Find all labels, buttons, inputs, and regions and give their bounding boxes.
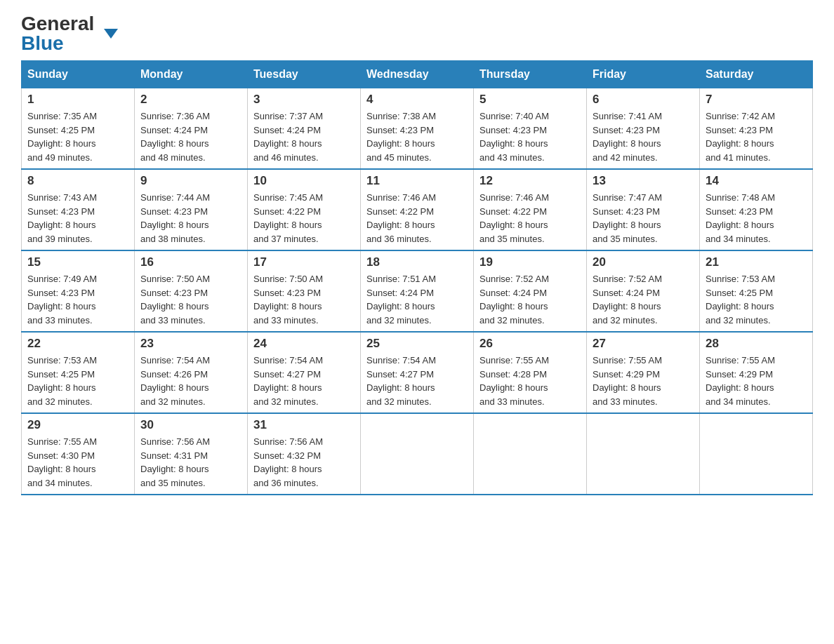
day-of-week-header: Friday bbox=[587, 61, 700, 88]
day-number: 10 bbox=[253, 174, 355, 188]
calendar-week-row: 29 Sunrise: 7:55 AM Sunset: 4:30 PM Dayl… bbox=[22, 413, 813, 495]
day-number: 24 bbox=[253, 337, 355, 351]
day-info: Sunrise: 7:38 AM Sunset: 4:23 PM Dayligh… bbox=[366, 109, 468, 164]
calendar-table: SundayMondayTuesdayWednesdayThursdayFrid… bbox=[21, 60, 813, 495]
day-info: Sunrise: 7:56 AM Sunset: 4:31 PM Dayligh… bbox=[140, 435, 241, 490]
day-number: 2 bbox=[140, 93, 241, 107]
day-number: 28 bbox=[706, 337, 807, 351]
day-info: Sunrise: 7:53 AM Sunset: 4:25 PM Dayligh… bbox=[27, 354, 128, 408]
day-info: Sunrise: 7:56 AM Sunset: 4:32 PM Dayligh… bbox=[253, 435, 355, 490]
day-of-week-header: Wednesday bbox=[361, 61, 474, 88]
calendar-day-cell: 15 Sunrise: 7:49 AM Sunset: 4:23 PM Dayl… bbox=[22, 250, 135, 332]
calendar-week-row: 15 Sunrise: 7:49 AM Sunset: 4:23 PM Dayl… bbox=[22, 250, 813, 332]
logo-general-text: General bbox=[21, 14, 102, 34]
day-of-week-header: Sunday bbox=[22, 61, 135, 88]
day-info: Sunrise: 7:35 AM Sunset: 4:25 PM Dayligh… bbox=[27, 109, 128, 164]
day-info: Sunrise: 7:52 AM Sunset: 4:24 PM Dayligh… bbox=[479, 272, 581, 327]
day-number: 16 bbox=[140, 255, 241, 269]
day-number: 20 bbox=[593, 255, 694, 269]
calendar-body: 1 Sunrise: 7:35 AM Sunset: 4:25 PM Dayli… bbox=[22, 88, 813, 495]
day-number: 14 bbox=[706, 174, 807, 188]
day-info: Sunrise: 7:54 AM Sunset: 4:27 PM Dayligh… bbox=[253, 354, 355, 408]
calendar-week-row: 22 Sunrise: 7:53 AM Sunset: 4:25 PM Dayl… bbox=[22, 332, 813, 413]
day-number: 27 bbox=[593, 337, 694, 351]
day-number: 17 bbox=[253, 255, 355, 269]
day-number: 8 bbox=[27, 174, 128, 188]
day-info: Sunrise: 7:50 AM Sunset: 4:23 PM Dayligh… bbox=[253, 272, 355, 327]
day-info: Sunrise: 7:54 AM Sunset: 4:27 PM Dayligh… bbox=[366, 354, 468, 408]
day-number: 25 bbox=[366, 337, 468, 351]
days-of-week-row: SundayMondayTuesdayWednesdayThursdayFrid… bbox=[22, 61, 813, 88]
calendar-day-cell: 28 Sunrise: 7:55 AM Sunset: 4:29 PM Dayl… bbox=[700, 332, 813, 413]
day-number: 18 bbox=[366, 255, 468, 269]
calendar-day-cell: 10 Sunrise: 7:45 AM Sunset: 4:22 PM Dayl… bbox=[248, 169, 361, 250]
day-info: Sunrise: 7:50 AM Sunset: 4:23 PM Dayligh… bbox=[140, 272, 241, 327]
calendar-day-cell: 2 Sunrise: 7:36 AM Sunset: 4:24 PM Dayli… bbox=[135, 88, 248, 170]
calendar-day-cell: 20 Sunrise: 7:52 AM Sunset: 4:24 PM Dayl… bbox=[587, 250, 700, 332]
day-info: Sunrise: 7:55 AM Sunset: 4:28 PM Dayligh… bbox=[479, 354, 581, 408]
day-info: Sunrise: 7:46 AM Sunset: 4:22 PM Dayligh… bbox=[479, 191, 581, 246]
day-number: 30 bbox=[140, 418, 241, 432]
calendar-day-cell bbox=[700, 413, 813, 495]
calendar-day-cell: 9 Sunrise: 7:44 AM Sunset: 4:23 PM Dayli… bbox=[135, 169, 248, 250]
calendar-day-cell: 11 Sunrise: 7:46 AM Sunset: 4:22 PM Dayl… bbox=[361, 169, 474, 250]
calendar-day-cell bbox=[587, 413, 700, 495]
calendar-day-cell bbox=[361, 413, 474, 495]
logo-blue-text: Blue bbox=[21, 34, 64, 53]
calendar-week-row: 1 Sunrise: 7:35 AM Sunset: 4:25 PM Dayli… bbox=[22, 88, 813, 170]
calendar-day-cell: 23 Sunrise: 7:54 AM Sunset: 4:26 PM Dayl… bbox=[135, 332, 248, 413]
calendar-day-cell: 26 Sunrise: 7:55 AM Sunset: 4:28 PM Dayl… bbox=[474, 332, 587, 413]
calendar-day-cell: 29 Sunrise: 7:55 AM Sunset: 4:30 PM Dayl… bbox=[22, 413, 135, 495]
day-info: Sunrise: 7:42 AM Sunset: 4:23 PM Dayligh… bbox=[706, 109, 807, 164]
day-number: 29 bbox=[27, 418, 128, 432]
calendar-day-cell: 6 Sunrise: 7:41 AM Sunset: 4:23 PM Dayli… bbox=[587, 88, 700, 170]
day-number: 15 bbox=[27, 255, 128, 269]
day-number: 19 bbox=[479, 255, 581, 269]
day-info: Sunrise: 7:51 AM Sunset: 4:24 PM Dayligh… bbox=[366, 272, 468, 327]
day-info: Sunrise: 7:55 AM Sunset: 4:29 PM Dayligh… bbox=[706, 354, 807, 408]
day-number: 31 bbox=[253, 418, 355, 432]
day-info: Sunrise: 7:45 AM Sunset: 4:22 PM Dayligh… bbox=[253, 191, 355, 246]
calendar-day-cell: 16 Sunrise: 7:50 AM Sunset: 4:23 PM Dayl… bbox=[135, 250, 248, 332]
day-info: Sunrise: 7:55 AM Sunset: 4:30 PM Dayligh… bbox=[27, 435, 128, 490]
calendar-day-cell: 8 Sunrise: 7:43 AM Sunset: 4:23 PM Dayli… bbox=[22, 169, 135, 250]
day-info: Sunrise: 7:55 AM Sunset: 4:29 PM Dayligh… bbox=[593, 354, 694, 408]
calendar-day-cell: 14 Sunrise: 7:48 AM Sunset: 4:23 PM Dayl… bbox=[700, 169, 813, 250]
day-info: Sunrise: 7:48 AM Sunset: 4:23 PM Dayligh… bbox=[706, 191, 807, 246]
calendar-header: SundayMondayTuesdayWednesdayThursdayFrid… bbox=[22, 61, 813, 88]
calendar-day-cell: 18 Sunrise: 7:51 AM Sunset: 4:24 PM Dayl… bbox=[361, 250, 474, 332]
calendar-day-cell: 24 Sunrise: 7:54 AM Sunset: 4:27 PM Dayl… bbox=[248, 332, 361, 413]
day-number: 3 bbox=[253, 93, 355, 107]
day-number: 12 bbox=[479, 174, 581, 188]
calendar-day-cell: 1 Sunrise: 7:35 AM Sunset: 4:25 PM Dayli… bbox=[22, 88, 135, 170]
day-info: Sunrise: 7:54 AM Sunset: 4:26 PM Dayligh… bbox=[140, 354, 241, 408]
calendar-day-cell: 3 Sunrise: 7:37 AM Sunset: 4:24 PM Dayli… bbox=[248, 88, 361, 170]
day-of-week-header: Saturday bbox=[700, 61, 813, 88]
day-info: Sunrise: 7:37 AM Sunset: 4:24 PM Dayligh… bbox=[253, 109, 355, 164]
calendar-day-cell: 30 Sunrise: 7:56 AM Sunset: 4:31 PM Dayl… bbox=[135, 413, 248, 495]
day-number: 4 bbox=[366, 93, 468, 107]
calendar-day-cell: 13 Sunrise: 7:47 AM Sunset: 4:23 PM Dayl… bbox=[587, 169, 700, 250]
day-info: Sunrise: 7:46 AM Sunset: 4:22 PM Dayligh… bbox=[366, 191, 468, 246]
day-info: Sunrise: 7:36 AM Sunset: 4:24 PM Dayligh… bbox=[140, 109, 241, 164]
calendar-day-cell: 21 Sunrise: 7:53 AM Sunset: 4:25 PM Dayl… bbox=[700, 250, 813, 332]
calendar-day-cell: 22 Sunrise: 7:53 AM Sunset: 4:25 PM Dayl… bbox=[22, 332, 135, 413]
calendar-day-cell: 25 Sunrise: 7:54 AM Sunset: 4:27 PM Dayl… bbox=[361, 332, 474, 413]
day-info: Sunrise: 7:41 AM Sunset: 4:23 PM Dayligh… bbox=[593, 109, 694, 164]
day-number: 23 bbox=[140, 337, 241, 351]
day-number: 6 bbox=[593, 93, 694, 107]
day-info: Sunrise: 7:44 AM Sunset: 4:23 PM Dayligh… bbox=[140, 191, 241, 246]
day-of-week-header: Tuesday bbox=[248, 61, 361, 88]
page-header: General Blue bbox=[21, 14, 813, 53]
day-of-week-header: Monday bbox=[135, 61, 248, 88]
calendar-day-cell: 4 Sunrise: 7:38 AM Sunset: 4:23 PM Dayli… bbox=[361, 88, 474, 170]
calendar-day-cell: 27 Sunrise: 7:55 AM Sunset: 4:29 PM Dayl… bbox=[587, 332, 700, 413]
logo: General Blue bbox=[21, 14, 102, 53]
calendar-day-cell: 31 Sunrise: 7:56 AM Sunset: 4:32 PM Dayl… bbox=[248, 413, 361, 495]
day-number: 13 bbox=[593, 174, 694, 188]
calendar-day-cell bbox=[474, 413, 587, 495]
day-info: Sunrise: 7:52 AM Sunset: 4:24 PM Dayligh… bbox=[593, 272, 694, 327]
day-info: Sunrise: 7:47 AM Sunset: 4:23 PM Dayligh… bbox=[593, 191, 694, 246]
day-info: Sunrise: 7:49 AM Sunset: 4:23 PM Dayligh… bbox=[27, 272, 128, 327]
calendar-week-row: 8 Sunrise: 7:43 AM Sunset: 4:23 PM Dayli… bbox=[22, 169, 813, 250]
